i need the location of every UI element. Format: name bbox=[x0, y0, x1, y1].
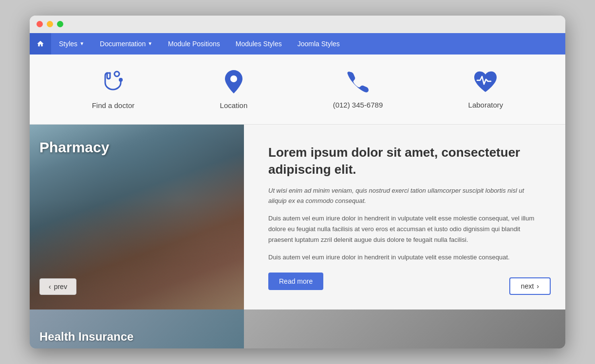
bottom-right-panel bbox=[244, 309, 565, 348]
navbar: Styles ▼ Documentation ▼ Module Position… bbox=[30, 33, 565, 55]
laboratory-label: Laboratory bbox=[468, 101, 503, 109]
home-button[interactable] bbox=[30, 33, 51, 55]
prev-button[interactable]: ‹ prev bbox=[39, 278, 76, 295]
next-button[interactable]: next › bbox=[509, 277, 551, 295]
icon-item-location[interactable]: Location bbox=[220, 69, 248, 109]
bottom-section-title: Health Insurance bbox=[39, 330, 133, 344]
hero-subtext: Ut wisi enim ad minim veniam, quis nostr… bbox=[268, 186, 541, 206]
nav-item-modules-styles[interactable]: Modules Styles bbox=[228, 33, 290, 55]
nav-items: Styles ▼ Documentation ▼ Module Position… bbox=[51, 33, 348, 55]
hero-body2: Duis autem vel eum iriure dolor in hendr… bbox=[268, 252, 541, 263]
home-icon bbox=[37, 40, 44, 48]
chevron-right-icon: › bbox=[537, 282, 539, 290]
hero-title: Pharmacy bbox=[39, 139, 109, 156]
hero-content: Lorem ipsum dolor sit amet, consectetuer… bbox=[244, 125, 565, 309]
chevron-left-icon: ‹ bbox=[49, 283, 51, 291]
read-more-button[interactable]: Read more bbox=[268, 273, 323, 290]
icon-item-laboratory[interactable]: Laboratory bbox=[468, 70, 503, 109]
nav-item-documentation[interactable]: Documentation ▼ bbox=[92, 33, 160, 55]
hero-body1: Duis autem vel eum iriure dolor in hendr… bbox=[268, 213, 541, 245]
svg-point-1 bbox=[119, 78, 123, 82]
find-doctor-label: Find a doctor bbox=[92, 101, 135, 109]
bottom-left-panel: Health Insurance bbox=[30, 309, 244, 348]
hero-heading: Lorem ipsum dolor sit amet, consectetuer… bbox=[268, 144, 541, 178]
browser-titlebar bbox=[30, 16, 565, 33]
heart-pulse-icon bbox=[472, 70, 499, 96]
close-dot[interactable] bbox=[37, 21, 43, 27]
icon-item-phone[interactable]: (012) 345-6789 bbox=[333, 70, 383, 109]
bottom-section: Health Insurance bbox=[30, 309, 565, 348]
hero-section: Pharmacy ‹ prev Lorem ipsum dolor sit am… bbox=[30, 125, 565, 309]
chevron-down-icon: ▼ bbox=[79, 41, 84, 46]
icons-row: Find a doctor Location (012) 345-6789 bbox=[30, 55, 565, 125]
location-icon bbox=[223, 69, 244, 96]
phone-label: (012) 345-6789 bbox=[333, 101, 383, 109]
nav-item-module-positions[interactable]: Module Positions bbox=[160, 33, 228, 55]
maximize-dot[interactable] bbox=[57, 21, 63, 27]
svg-point-0 bbox=[114, 72, 119, 76]
phone-icon bbox=[346, 70, 370, 96]
icon-item-find-doctor[interactable]: Find a doctor bbox=[92, 69, 135, 109]
browser-window: Styles ▼ Documentation ▼ Module Position… bbox=[30, 16, 565, 348]
nav-item-styles[interactable]: Styles ▼ bbox=[51, 33, 92, 55]
svg-point-5 bbox=[230, 75, 237, 82]
location-label: Location bbox=[220, 101, 248, 109]
stethoscope-icon bbox=[100, 69, 126, 96]
hero-image: Pharmacy ‹ prev bbox=[30, 125, 244, 309]
minimize-dot[interactable] bbox=[47, 21, 53, 27]
chevron-down-icon: ▼ bbox=[148, 41, 152, 46]
nav-item-joomla-styles[interactable]: Joomla Styles bbox=[290, 33, 348, 55]
